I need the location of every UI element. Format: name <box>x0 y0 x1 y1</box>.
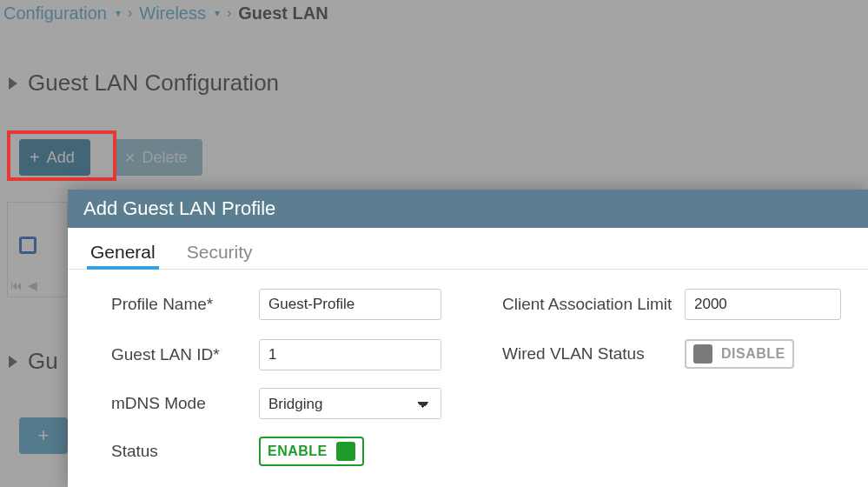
status-toggle[interactable]: ENABLE <box>259 437 364 466</box>
pager[interactable]: ⏮ ◀ <box>10 278 37 292</box>
breadcrumb-configuration[interactable]: Configuration <box>3 3 107 23</box>
breadcrumb-wireless[interactable]: Wireless <box>139 3 206 23</box>
modal-body: Profile Name* Guest LAN ID* mDNS Mode Br… <box>68 270 868 487</box>
page-prev-icon[interactable]: ◀ <box>28 278 37 292</box>
guest-lan-id-label: Guest LAN ID* <box>111 345 259 364</box>
delete-button-label: Delete <box>142 149 187 167</box>
plus-icon: + <box>38 424 50 447</box>
section-header-2[interactable]: Gu <box>9 348 58 375</box>
toolbar: Add Delete <box>19 139 202 176</box>
breadcrumb-current: Guest LAN <box>238 3 328 23</box>
checkbox[interactable] <box>19 237 36 254</box>
wired-vlan-toggle-text: DISABLE <box>721 346 785 362</box>
breadcrumb: Configuration▾ › Wireless▾ › Guest LAN <box>0 0 328 26</box>
wired-vlan-status-toggle[interactable]: DISABLE <box>685 339 794 369</box>
toggle-knob-icon <box>336 442 355 461</box>
profile-name-input[interactable] <box>259 289 441 320</box>
modal-title: Add Guest LAN Profile <box>83 197 275 220</box>
x-icon <box>125 148 136 168</box>
client-assoc-limit-label: Client Association Limit <box>502 295 685 314</box>
add-guest-lan-profile-modal: Add Guest LAN Profile General Security P… <box>68 190 868 487</box>
page-title: Guest LAN Configuration <box>28 70 279 97</box>
status-label: Status <box>111 442 259 461</box>
client-assoc-limit-input[interactable] <box>685 289 841 320</box>
chevron-right-icon <box>9 77 17 90</box>
wired-vlan-status-label: Wired VLAN Status <box>502 344 685 364</box>
add-button-2[interactable]: + <box>19 417 68 454</box>
page-first-icon[interactable]: ⏮ <box>10 278 23 292</box>
mdns-mode-label: mDNS Mode <box>111 394 259 413</box>
plus-icon <box>30 148 40 168</box>
add-button[interactable]: Add <box>19 139 90 176</box>
profile-name-label: Profile Name* <box>111 295 259 314</box>
chevron-down-icon[interactable]: ▾ <box>215 7 220 19</box>
chevron-right-icon <box>9 356 17 368</box>
add-button-label: Add <box>47 149 75 167</box>
chevron-down-icon[interactable]: ▾ <box>116 7 121 19</box>
section-header[interactable]: Guest LAN Configuration <box>9 70 279 97</box>
mdns-mode-select[interactable]: Bridging <box>259 388 441 419</box>
chevron-right-icon: › <box>227 5 231 21</box>
section-2-label: Gu <box>28 348 58 375</box>
tab-security[interactable]: Security <box>183 237 256 269</box>
status-toggle-text: ENABLE <box>268 444 328 459</box>
delete-button[interactable]: Delete <box>115 139 203 176</box>
modal-tabs: General Security <box>68 228 868 270</box>
modal-titlebar: Add Guest LAN Profile <box>68 190 868 228</box>
chevron-right-icon: › <box>128 5 132 21</box>
tab-general[interactable]: General <box>87 237 159 269</box>
guest-lan-id-input[interactable] <box>259 339 441 370</box>
toggle-knob-icon <box>693 344 712 364</box>
